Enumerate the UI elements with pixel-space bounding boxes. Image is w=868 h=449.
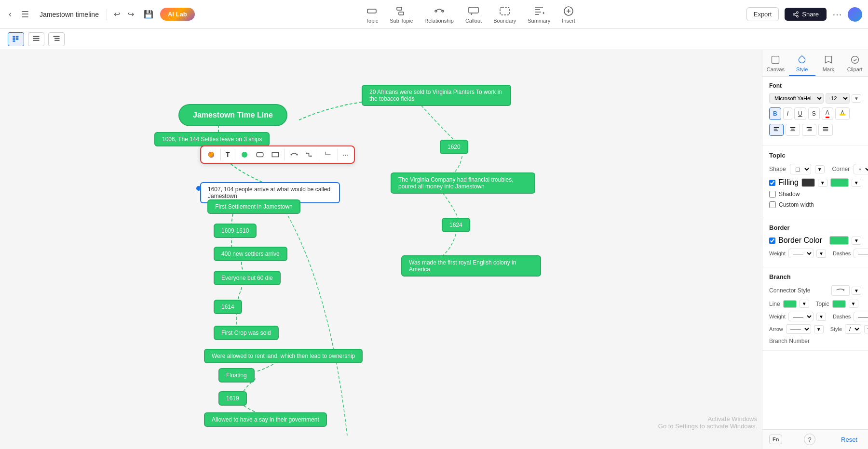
- connector-style-dropdown[interactable]: ▼: [852, 287, 861, 295]
- node-2-text: 1607, 104 people arrive at what would be…: [208, 186, 330, 199]
- float-shape-circle-button[interactable]: [238, 148, 251, 161]
- float-arrow-button[interactable]: [322, 148, 335, 161]
- branch-weight-dropdown[interactable]: ▼: [816, 313, 826, 321]
- node-11[interactable]: 1619: [218, 391, 247, 406]
- menu-button[interactable]: ☰: [18, 7, 32, 22]
- tool-relationship[interactable]: Relationship: [424, 5, 454, 24]
- redo-button[interactable]: ↪: [125, 8, 137, 21]
- arrow-dropdown[interactable]: ▼: [814, 325, 824, 333]
- node-16[interactable]: 1624: [442, 218, 470, 232]
- tab-canvas[interactable]: Canvas: [762, 50, 789, 76]
- node-9[interactable]: Were allowed to rent land, which then le…: [204, 349, 363, 363]
- svg-rect-39: [840, 114, 845, 116]
- tab-clipart[interactable]: Clipart: [841, 50, 868, 76]
- float-connect-button[interactable]: [288, 148, 300, 161]
- tool-insert[interactable]: Insert: [562, 5, 575, 24]
- topic-color-dropdown[interactable]: ▼: [849, 300, 858, 308]
- node-root[interactable]: Jamestown Time Line: [178, 104, 287, 126]
- apps-button[interactable]: ⋯: [832, 9, 842, 20]
- branch-weight-select[interactable]: ——: [788, 312, 814, 321]
- style-select[interactable]: /: [845, 324, 861, 334]
- tool-topic[interactable]: Topic: [366, 5, 379, 24]
- filling-fg-dropdown[interactable]: ▼: [852, 179, 861, 187]
- arrow-select[interactable]: ——: [786, 324, 811, 334]
- underline-button[interactable]: U: [794, 107, 806, 120]
- node-13[interactable]: 20 Africans were sold to Virginia Plante…: [362, 85, 511, 106]
- tool-summary[interactable]: Summary: [528, 5, 550, 24]
- node-15[interactable]: The Virginia Company had financial troub…: [391, 172, 535, 194]
- filling-bg-dropdown[interactable]: ▼: [818, 179, 827, 187]
- canvas-area[interactable]: T ···: [0, 50, 762, 449]
- tool-callout[interactable]: Callout: [465, 5, 482, 24]
- weight-dropdown[interactable]: ▼: [816, 250, 826, 258]
- undo-button[interactable]: ↩: [111, 8, 123, 21]
- export-button[interactable]: Export: [746, 7, 779, 21]
- node-10[interactable]: Floating: [218, 368, 255, 383]
- back-button[interactable]: ‹: [6, 7, 14, 21]
- filling-fg-color[interactable]: [830, 178, 849, 187]
- line-color-swatch[interactable]: [783, 300, 797, 308]
- node-4[interactable]: 1609-1610: [214, 224, 257, 238]
- node-1[interactable]: 1006, The 144 Settles leave on 3 ships: [154, 132, 270, 146]
- font-family-select[interactable]: Microsoft YaHei: [769, 93, 824, 104]
- align-left-button[interactable]: [769, 124, 784, 136]
- ai-lab-button[interactable]: AI Lab: [160, 8, 195, 21]
- shadow-checkbox[interactable]: [769, 191, 776, 198]
- align-justify-button[interactable]: [818, 124, 833, 136]
- align-center-button[interactable]: [786, 124, 800, 136]
- view-list-button[interactable]: [28, 32, 44, 46]
- node-3[interactable]: First Settlement in Jamestown: [207, 199, 300, 214]
- node-7[interactable]: 1614: [214, 300, 242, 314]
- line-color-dropdown[interactable]: ▼: [800, 300, 809, 308]
- user-avatar[interactable]: [848, 7, 862, 22]
- filling-checkbox[interactable]: [769, 180, 775, 186]
- save-button[interactable]: 💾: [141, 8, 156, 21]
- corner-select[interactable]: ▫: [854, 164, 868, 174]
- shape-select[interactable]: ▢: [790, 164, 811, 174]
- font-color-button[interactable]: A: [822, 107, 833, 120]
- float-color-button[interactable]: [205, 148, 217, 161]
- italic-button[interactable]: I: [783, 107, 792, 120]
- font-size-select[interactable]: 12: [826, 93, 850, 104]
- node-12[interactable]: Allowed to have a say in their governmen…: [204, 412, 327, 427]
- help-button[interactable]: ?: [804, 434, 815, 445]
- tab-style[interactable]: Style: [789, 50, 815, 76]
- tool-boundary[interactable]: Boundary: [493, 5, 516, 24]
- shape-dropdown[interactable]: ▼: [815, 165, 825, 173]
- node-3-text: First Settlement in Jamestown: [215, 203, 293, 210]
- node-17[interactable]: Was made the first royal English colony …: [401, 255, 541, 277]
- font-dropdown-button[interactable]: ▼: [852, 94, 861, 103]
- connector-style-btn[interactable]: [831, 285, 850, 296]
- bold-button[interactable]: B: [769, 107, 781, 120]
- float-shape-rounded-button[interactable]: [254, 148, 266, 161]
- border-color-dropdown[interactable]: ▼: [852, 237, 861, 245]
- node-6[interactable]: Everyone but 60 die: [214, 271, 281, 285]
- float-text-button[interactable]: T: [224, 149, 232, 160]
- border-checkbox[interactable]: [769, 238, 775, 244]
- reset-button[interactable]: Reset: [837, 434, 861, 445]
- border-color-swatch[interactable]: [829, 236, 849, 245]
- branch-dashes-select[interactable]: ——: [854, 312, 868, 321]
- tool-subtopic[interactable]: Sub Topic: [390, 5, 413, 24]
- weight-select[interactable]: —— – —: [788, 249, 814, 258]
- tab-mark[interactable]: Mark: [815, 50, 842, 76]
- strikethrough-button[interactable]: S: [808, 107, 820, 120]
- highlight-button[interactable]: [835, 107, 850, 120]
- view-map-button[interactable]: [8, 32, 24, 46]
- float-connect2-button[interactable]: [303, 148, 316, 161]
- align-right-button[interactable]: [802, 124, 816, 136]
- share-button[interactable]: Share: [785, 8, 827, 21]
- view-outline-button[interactable]: [48, 32, 65, 46]
- custom-width-checkbox[interactable]: [769, 201, 776, 208]
- node-14[interactable]: 1620: [440, 140, 468, 154]
- filling-bg-color[interactable]: [801, 178, 815, 187]
- fn-button[interactable]: Fn: [769, 435, 782, 444]
- topic-section-title: Topic: [769, 152, 861, 159]
- float-more-button[interactable]: ···: [341, 149, 351, 160]
- node-5[interactable]: 400 new settlers arrive: [214, 247, 287, 261]
- float-shape-rect-button[interactable]: [269, 148, 282, 161]
- node-8[interactable]: First Crop was sold: [214, 326, 279, 340]
- dashes-select[interactable]: —— - - ···: [854, 249, 868, 258]
- topic-color-swatch[interactable]: [832, 300, 846, 308]
- style-dropdown[interactable]: ▼: [864, 325, 868, 333]
